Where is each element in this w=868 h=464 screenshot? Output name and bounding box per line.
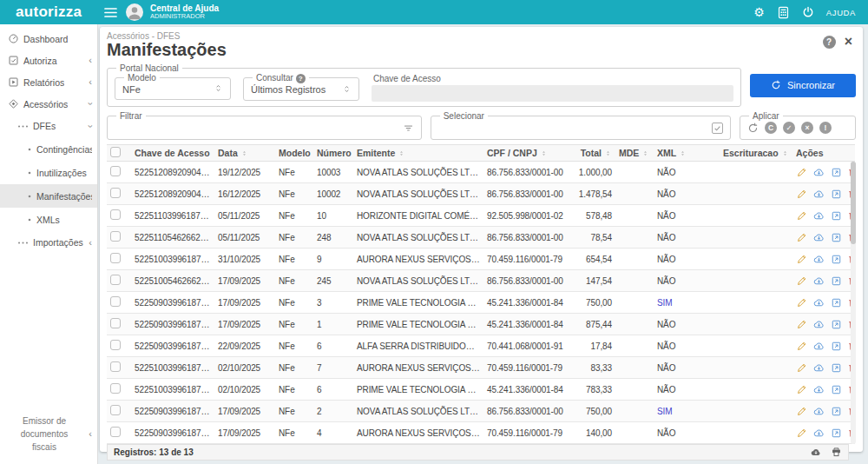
baixar-xml-button[interactable] xyxy=(812,254,825,265)
abrir-button[interactable] xyxy=(831,319,842,330)
abrir-button[interactable] xyxy=(831,384,842,395)
sidebar-item-dashboard[interactable]: Dashboard xyxy=(0,28,97,50)
row-checkbox[interactable] xyxy=(110,253,121,263)
editar-button[interactable] xyxy=(796,384,807,395)
baixar-xml-button[interactable] xyxy=(812,210,825,222)
abrir-button[interactable] xyxy=(831,406,842,417)
filtrar-input[interactable] xyxy=(115,122,403,135)
abrir-button[interactable] xyxy=(831,210,842,222)
column-header-modelo[interactable]: Modelo xyxy=(275,145,313,162)
sidebar-item-manifestacoes[interactable]: Manifestações xyxy=(0,184,97,208)
table-scrollbar[interactable] xyxy=(851,162,856,444)
baixar-xml-button[interactable] xyxy=(812,319,825,330)
select-all-checkbox[interactable] xyxy=(110,147,121,157)
print-icon[interactable] xyxy=(831,447,842,458)
baixar-xml-button[interactable] xyxy=(812,384,825,395)
editar-button[interactable] xyxy=(796,189,807,200)
row-checkbox[interactable] xyxy=(110,231,121,242)
row-checkbox[interactable] xyxy=(110,361,121,372)
sidebar-item-relatorios[interactable]: Relatórios‹ xyxy=(0,71,97,93)
consultar-select[interactable]: Últimos Registros xyxy=(251,83,352,96)
sidebar-item-contingencias[interactable]: Contingências xyxy=(0,137,97,161)
editar-button[interactable] xyxy=(796,406,807,417)
close-icon[interactable]: × xyxy=(845,35,852,49)
editar-button[interactable] xyxy=(796,362,807,374)
sidebar-item-inutilizacoes[interactable]: Inutilizações xyxy=(0,161,97,184)
editar-button[interactable] xyxy=(796,297,807,308)
modelo-select[interactable]: NFe xyxy=(122,83,223,96)
column-header-xml[interactable]: XML xyxy=(654,145,720,162)
editar-button[interactable] xyxy=(796,319,807,330)
column-header-escrituracao[interactable]: Escrituracao xyxy=(720,145,792,162)
abrir-button[interactable] xyxy=(831,189,842,200)
confirmacao-operacao-button[interactable]: ✓ xyxy=(783,122,795,134)
row-checkbox[interactable] xyxy=(110,427,121,437)
row-checkbox[interactable] xyxy=(110,318,121,328)
row-checkbox[interactable] xyxy=(110,188,121,198)
column-header-numero[interactable]: Número xyxy=(313,145,353,162)
baixar-xml-button[interactable] xyxy=(812,275,825,287)
row-checkbox[interactable] xyxy=(110,383,121,394)
selecionar-todos-checkbox[interactable] xyxy=(712,123,723,134)
sidebar-item-autoriza[interactable]: Autoriza‹ xyxy=(0,50,97,71)
help-center-block[interactable]: Central de Ajuda ADMINISTRADOR xyxy=(150,3,219,20)
row-checkbox[interactable] xyxy=(110,209,121,220)
baixar-xml-button[interactable] xyxy=(812,189,825,200)
baixar-xml-button[interactable] xyxy=(812,297,825,308)
hamburger-menu-icon[interactable] xyxy=(104,7,117,18)
refresh-icon[interactable] xyxy=(747,123,759,134)
row-checkbox[interactable] xyxy=(110,166,121,176)
abrir-button[interactable] xyxy=(831,167,842,178)
abrir-button[interactable] xyxy=(831,232,842,243)
row-checkbox[interactable] xyxy=(110,405,121,415)
editar-button[interactable] xyxy=(796,254,807,265)
ciencia-operacao-button[interactable]: C xyxy=(765,122,777,134)
editar-button[interactable] xyxy=(796,210,807,222)
abrir-button[interactable] xyxy=(831,275,842,287)
editar-button[interactable] xyxy=(796,275,807,287)
row-checkbox[interactable] xyxy=(110,275,121,285)
desconhecimento-operacao-button[interactable]: × xyxy=(801,122,813,134)
editar-button[interactable] xyxy=(796,232,807,243)
sidebar-item-xmls[interactable]: XMLs xyxy=(0,208,97,231)
baixar-xml-button[interactable] xyxy=(812,341,825,352)
abrir-button[interactable] xyxy=(831,362,842,374)
baixar-xml-button[interactable] xyxy=(812,406,825,417)
abrir-button[interactable] xyxy=(831,254,842,265)
help-icon[interactable]: ? xyxy=(823,36,836,49)
column-header-data[interactable]: Data xyxy=(214,145,275,162)
abrir-button[interactable] xyxy=(831,341,842,352)
ajuda-link[interactable]: AJUDA xyxy=(826,8,856,17)
sidebar-item-importacoes[interactable]: Importações‹ xyxy=(0,231,97,254)
column-header-chave-de-acesso[interactable]: Chave de Acesso xyxy=(131,145,214,162)
scrollbar-thumb[interactable] xyxy=(851,162,856,244)
editar-button[interactable] xyxy=(796,341,807,352)
column-header-total[interactable]: Total xyxy=(567,145,615,162)
baixar-xml-button[interactable] xyxy=(812,362,825,374)
row-checkbox[interactable] xyxy=(110,296,121,307)
editar-button[interactable] xyxy=(796,167,807,178)
column-header-cpf-cnpj[interactable]: CPF / CNPJ xyxy=(483,145,567,162)
sincronizar-button[interactable]: Sincronizar xyxy=(750,74,856,97)
baixar-xml-button[interactable] xyxy=(812,232,825,243)
editar-button[interactable] xyxy=(796,428,807,439)
power-logout-icon[interactable] xyxy=(802,6,814,18)
abrir-button[interactable] xyxy=(831,428,842,439)
column-header-emitente[interactable]: Emitente xyxy=(353,145,483,162)
user-avatar[interactable] xyxy=(126,3,143,21)
consultar-help-icon[interactable]: ? xyxy=(296,74,306,83)
sidebar-item-acessorios[interactable]: Acessórios‹ xyxy=(0,93,97,115)
xml-value[interactable]: SIM xyxy=(657,407,672,416)
column-header-mde[interactable]: MDE xyxy=(615,145,654,162)
baixar-xml-button[interactable] xyxy=(812,428,825,439)
abrir-button[interactable] xyxy=(831,297,842,308)
export-cloud-icon[interactable] xyxy=(810,447,822,458)
sidebar-item-dfes[interactable]: DFEs‹ xyxy=(0,115,97,137)
operacao-nao-realizada-button[interactable]: ! xyxy=(819,122,832,134)
row-checkbox[interactable] xyxy=(110,340,121,350)
calculator-icon[interactable] xyxy=(777,6,790,19)
settings-gear-icon[interactable]: ⚙ xyxy=(753,6,765,18)
xml-value[interactable]: SIM xyxy=(657,298,672,308)
sidebar-collapse-footer[interactable]: Emissor de documentos fiscais ‹ xyxy=(0,408,97,464)
baixar-xml-button[interactable] xyxy=(812,167,825,178)
